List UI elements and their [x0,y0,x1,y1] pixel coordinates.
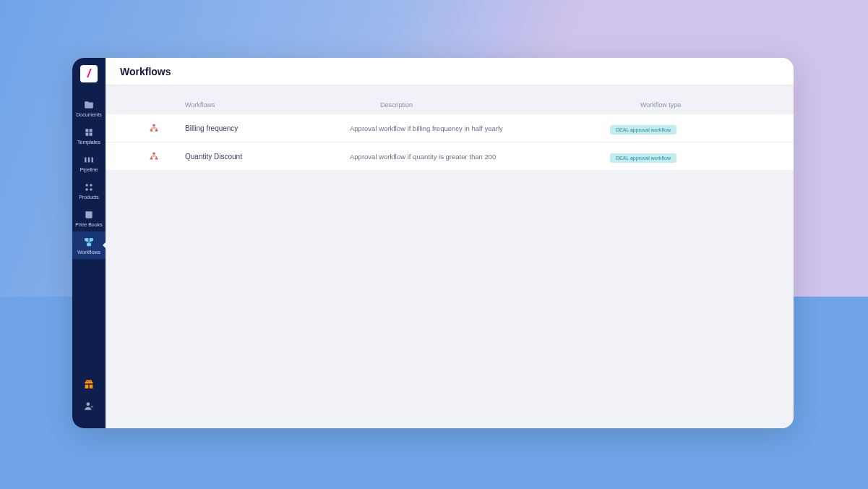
svg-rect-12 [152,124,155,127]
workflow-type-badge: DEAL approval workflow [610,125,676,135]
workflow-description: Approval workflow if billing frequency i… [350,124,610,132]
svg-rect-7 [85,239,88,241]
col-header-type: Workflow type [640,101,779,109]
sidebar-item-label: Pipeline [80,167,98,172]
gift-icon[interactable] [82,378,95,391]
hierarchy-icon [149,151,159,161]
svg-rect-9 [87,244,91,246]
templates-icon [84,127,94,137]
svg-rect-1 [88,158,90,163]
svg-rect-13 [150,129,153,132]
table-row[interactable]: Quantity Discount Approval workflow if q… [106,143,794,170]
svg-point-6 [90,188,93,191]
sidebar-item-price-books[interactable]: Price Books [72,204,106,231]
workflow-name: Billing frequency [185,124,350,132]
workflow-description: Approval workflow if quantity is greater… [350,153,610,161]
book-icon [84,210,94,220]
app-window: / Documents Templates Pipeline [72,58,794,428]
pipeline-icon [84,155,94,165]
svg-rect-14 [155,129,158,132]
sidebar-item-templates[interactable]: Templates [72,122,106,149]
hierarchy-icon [149,123,159,133]
main-content: Workflows Workflows Description Workflow… [106,58,794,428]
svg-rect-2 [92,158,93,163]
sidebar-item-label: Price Books [75,222,102,227]
svg-rect-15 [152,153,155,155]
svg-rect-8 [90,239,93,241]
app-logo[interactable]: / [80,65,98,82]
workflow-type-badge: DEAL approval workflow [610,153,676,163]
col-header-workflows: Workflows [185,101,380,109]
sidebar-item-pipeline[interactable]: Pipeline [72,149,106,177]
svg-point-5 [85,188,88,191]
svg-point-3 [85,184,88,187]
svg-rect-17 [155,158,158,160]
products-icon [84,182,94,192]
svg-point-4 [90,184,93,187]
sidebar-item-workflows[interactable]: Workflows [72,231,106,259]
svg-rect-0 [85,158,86,163]
user-icon[interactable] [82,399,95,412]
sidebar-item-label: Workflows [77,250,100,255]
table-row[interactable]: Billing frequency Approval workflow if b… [106,114,794,143]
svg-rect-16 [150,158,153,160]
sidebar-item-label: Templates [77,140,100,145]
col-header-description: Description [380,101,640,109]
workflow-icon [84,237,94,247]
sidebar-item-documents[interactable]: Documents [72,94,106,122]
sidebar-item-label: Documents [76,112,101,117]
table-header: Workflows Description Workflow type [106,94,794,114]
header: Workflows [106,58,794,85]
sidebar-item-label: Products [79,195,99,200]
sidebar: / Documents Templates Pipeline [72,58,106,428]
workflow-name: Quantity Discount [185,153,350,161]
svg-point-11 [91,406,93,407]
svg-point-10 [87,402,90,406]
sidebar-item-products[interactable]: Products [72,177,106,204]
page-title: Workflows [120,66,171,77]
folder-icon [84,100,94,110]
